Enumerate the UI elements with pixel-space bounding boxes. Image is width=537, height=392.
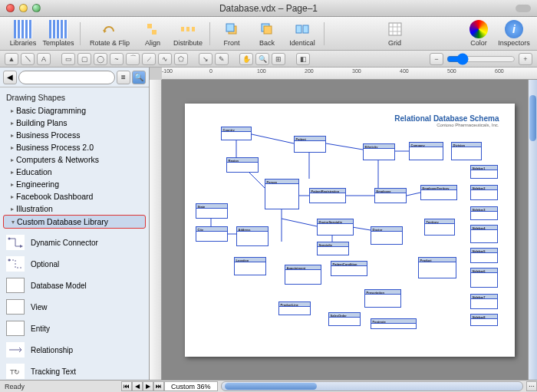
zoom-out-button[interactable]: − <box>430 53 443 65</box>
identical-button[interactable]: Identical <box>285 20 319 47</box>
back-button[interactable]: Back <box>250 20 284 47</box>
templates-button[interactable]: Templates <box>41 20 75 47</box>
entity-city[interactable]: City <box>196 226 228 242</box>
entity-address[interactable]: Address <box>236 226 268 246</box>
line-tool-button[interactable]: ＼ <box>21 53 35 65</box>
page-options-button[interactable]: ⋯ <box>526 381 537 391</box>
bezier-tool-button[interactable]: ∿ <box>158 53 172 65</box>
next-page-button[interactable]: ▶ <box>143 381 153 391</box>
shape-optional[interactable]: Optional <box>0 253 149 275</box>
zoom-in-button[interactable]: + <box>519 53 532 65</box>
edit-points-button[interactable]: ✎ <box>215 53 229 65</box>
snap-toggle-button[interactable]: ⊞ <box>272 53 285 65</box>
grid-button[interactable]: Grid <box>378 20 412 47</box>
category-custom-database-library[interactable]: Custom Database Library <box>3 215 146 229</box>
front-button[interactable]: Front <box>215 20 249 47</box>
category-business-process-2-0[interactable]: Business Process 2.0 <box>0 141 149 153</box>
category-computers-networks[interactable]: Computers & Networks <box>0 153 149 166</box>
zoom-slider[interactable] <box>446 54 516 64</box>
entity-region[interactable]: Region <box>226 157 259 173</box>
entity-sidebar3[interactable]: Sidebar3 <box>470 206 498 220</box>
entity-sidebar2[interactable]: Sidebar2 <box>470 185 498 200</box>
entity-state[interactable]: State <box>196 203 228 219</box>
sidebar-collapse-button[interactable]: ◀ <box>3 71 17 84</box>
library-search-input[interactable] <box>18 71 115 84</box>
entity-employeeterritory[interactable]: EmployeeTerritory <box>420 185 457 200</box>
vertical-scrollbar[interactable] <box>528 80 537 380</box>
entity-doctor[interactable]: Doctor <box>371 226 403 245</box>
shape-entity[interactable]: Entity <box>0 318 149 339</box>
entity-doctorspecialty[interactable]: DoctorSpecialty <box>317 219 354 236</box>
first-page-button[interactable]: ⏮ <box>121 381 132 391</box>
entity-prescription[interactable]: Prescription <box>364 289 401 308</box>
sidebar-search-mode-button[interactable]: 🔍 <box>132 71 146 84</box>
entity-sidebar4[interactable]: Sidebar4 <box>470 225 498 243</box>
entity-product[interactable]: Product <box>418 257 456 278</box>
arc-tool-button[interactable]: ⌒ <box>126 53 140 65</box>
category-basic-diagramming[interactable]: Basic Diagramming <box>0 104 149 117</box>
curve-tool-button[interactable]: ~ <box>110 53 124 65</box>
ellipse-tool-button[interactable]: ◯ <box>94 53 107 65</box>
entity-sidebar5[interactable]: Sidebar5 <box>470 248 498 263</box>
entity-location[interactable]: Location <box>234 257 266 275</box>
rotate-flip-button[interactable]: Rotate & Flip <box>85 20 134 47</box>
horizontal-scroll-thumb[interactable] <box>225 383 317 390</box>
inspectors-button[interactable]: i Inspectors <box>497 20 531 47</box>
prev-page-button[interactable]: ◀ <box>132 381 143 391</box>
entity-person[interactable]: Person <box>265 179 299 209</box>
entity-patientcondition[interactable]: PatientCondition <box>331 261 367 276</box>
shape-database-model[interactable]: Database Model <box>0 275 149 296</box>
category-facebook-dashboard[interactable]: Facebook Dashboard <box>0 190 149 203</box>
polyline-tool-button[interactable]: ⟋ <box>142 53 156 65</box>
entity-sidebar8[interactable]: Sidebar8 <box>470 314 498 326</box>
entity-ethnicity[interactable]: Ethnicity <box>363 143 395 160</box>
close-window-button[interactable] <box>6 4 15 12</box>
entity-patientregistration[interactable]: PatientRegistration <box>309 188 346 203</box>
distribute-button[interactable]: Distribute <box>171 20 205 47</box>
rect-tool-button[interactable]: ▭ <box>61 53 75 65</box>
horizontal-scrollbar[interactable] <box>221 381 523 391</box>
category-building-plans[interactable]: Building Plans <box>0 117 149 129</box>
sidebar-list-view-button[interactable]: ≡ <box>117 71 130 84</box>
category-illustration[interactable]: Illustration <box>0 203 149 215</box>
entity-sidebar7[interactable]: Sidebar7 <box>470 294 498 309</box>
entity-country[interactable]: Country <box>221 127 252 140</box>
shape-view[interactable]: View <box>0 296 149 318</box>
pan-tool-button[interactable]: ✋ <box>239 53 253 65</box>
vertical-scroll-thumb[interactable] <box>529 95 536 141</box>
category-education[interactable]: Education <box>0 166 149 178</box>
text-tool-button[interactable]: A <box>37 53 51 65</box>
last-page-button[interactable]: ⏭ <box>153 381 164 391</box>
entity-patient[interactable]: Patient <box>294 136 326 153</box>
entity-sidebar6[interactable]: Sidebar6 <box>470 268 498 288</box>
connector-tool-button[interactable]: ↘ <box>199 53 212 65</box>
entity-company[interactable]: Company <box>409 142 443 160</box>
pointer-tool-button[interactable]: ▲ <box>5 53 18 65</box>
entity-sidebar1[interactable]: Sidebar1 <box>470 165 498 179</box>
shape-dynamic-connector[interactable]: Dynamic Connector <box>0 232 149 253</box>
roundrect-tool-button[interactable]: ▢ <box>77 53 91 65</box>
entity-appointment[interactable]: Appointment <box>285 265 321 285</box>
entity-employee[interactable]: Employee <box>374 188 407 203</box>
color-button[interactable]: Color <box>462 20 496 47</box>
shape-relationship[interactable]: Relationship <box>0 339 149 361</box>
toolbar-toggle-button[interactable] <box>516 5 531 12</box>
entity-footnote[interactable]: Footnote <box>371 318 417 329</box>
zoom-tool-button[interactable]: 🔍 <box>255 53 269 65</box>
entity-territory[interactable]: Territory <box>424 219 455 236</box>
category-engineering[interactable]: Engineering <box>0 178 149 190</box>
polygon-tool-button[interactable]: ⬠ <box>174 53 188 65</box>
entity-salesorder[interactable]: SalesOrder <box>328 312 361 326</box>
libraries-button[interactable]: Libraries <box>6 20 40 47</box>
entity-specialty[interactable]: Specialty <box>317 242 349 255</box>
align-button[interactable]: Align <box>136 20 170 47</box>
crop-tool-button[interactable]: ◧ <box>296 53 310 65</box>
minimize-window-button[interactable] <box>19 4 28 12</box>
shape-tracking-text[interactable]: T↻Tracking Text <box>0 361 149 380</box>
category-business-process[interactable]: Business Process <box>0 129 149 141</box>
drawing-canvas[interactable]: Relational Database Schema Contoso Pharm… <box>162 80 537 380</box>
zoom-window-button[interactable] <box>32 4 41 12</box>
entity-productline[interactable]: ProductLine <box>278 301 311 315</box>
zoom-level-display[interactable]: Custom 36% <box>164 381 218 391</box>
entity-division[interactable]: Division <box>451 142 482 160</box>
